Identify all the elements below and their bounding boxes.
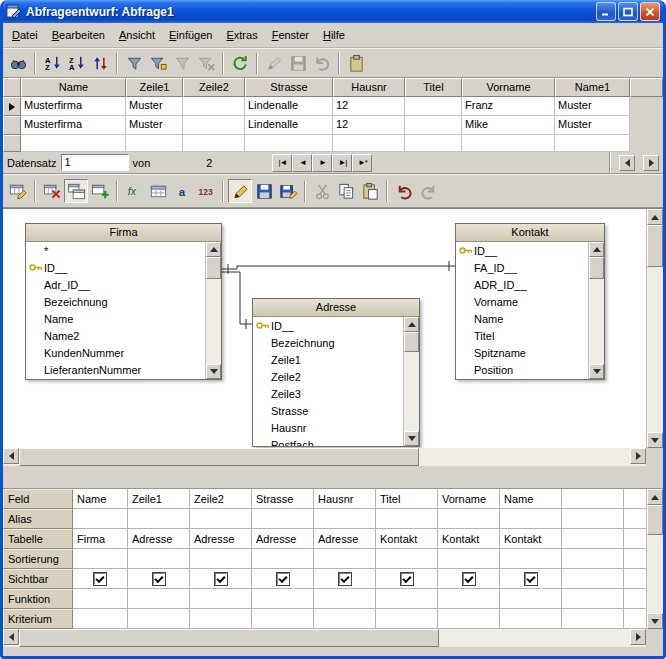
menu-ansicht[interactable]: Ansicht (112, 26, 162, 44)
result-cell[interactable]: Muster (555, 116, 630, 135)
query-cell-funktion[interactable] (252, 589, 314, 609)
scroll-left-icon[interactable] (3, 629, 19, 645)
query-cell-sortierung[interactable] (500, 549, 562, 569)
previous-record-button[interactable]: ◄ (292, 154, 312, 172)
standard-filter-icon[interactable] (146, 51, 170, 75)
query-cell-funktion[interactable] (190, 589, 252, 609)
query-cell-alias[interactable] (252, 509, 314, 529)
edit-query-icon[interactable] (228, 179, 252, 203)
scroll-right-icon[interactable] (630, 629, 646, 645)
scroll-thumb[interactable] (404, 332, 419, 352)
table-field[interactable]: * (26, 242, 205, 259)
table-field[interactable]: Position (456, 361, 588, 378)
column-header-titel[interactable]: Titel (405, 78, 462, 97)
query-cell-tabelle[interactable]: Kontakt (438, 529, 500, 549)
query-cell-alias[interactable] (128, 509, 190, 529)
show-tables-icon[interactable] (64, 179, 88, 203)
table-field[interactable]: Titel (456, 327, 588, 344)
functions-icon[interactable]: fx (122, 179, 146, 203)
query-cell-empty[interactable] (562, 589, 624, 609)
row-selector[interactable] (3, 116, 21, 135)
column-header-strasse[interactable]: Strasse (245, 78, 333, 97)
table-scrollbar[interactable] (403, 317, 419, 446)
query-cell-funktion[interactable] (376, 589, 438, 609)
scroll-thumb[interactable] (589, 257, 604, 279)
result-cell[interactable]: 12 (333, 97, 405, 116)
table-field[interactable]: Adr_ID__ (26, 276, 205, 293)
query-cell-empty[interactable] (624, 509, 646, 529)
result-cell[interactable] (405, 116, 462, 135)
scroll-right-icon[interactable] (643, 155, 659, 171)
table-field[interactable]: Hausnr (253, 419, 403, 436)
table-caption[interactable]: Adresse (253, 299, 419, 317)
menu-extras[interactable]: Extras (219, 26, 264, 44)
query-cell-feld[interactable]: Zeile2 (190, 489, 252, 509)
sichtbar-checkbox[interactable] (153, 573, 165, 585)
scroll-track[interactable] (589, 279, 604, 364)
query-cell-empty[interactable] (562, 509, 624, 529)
sichtbar-checkbox[interactable] (401, 573, 413, 585)
query-cell-empty[interactable] (624, 489, 646, 509)
table-field[interactable]: Name (26, 310, 205, 327)
scroll-track[interactable] (404, 352, 419, 431)
menu-fenster[interactable]: Fenster (265, 26, 316, 44)
query-cell-funktion[interactable] (314, 589, 376, 609)
scroll-up-icon[interactable] (647, 209, 663, 225)
query-cell-tabelle[interactable]: Kontakt (500, 529, 562, 549)
table-field[interactable]: KundenNummer (26, 344, 205, 361)
table-field[interactable]: Spitzname (456, 344, 588, 361)
query-cell-tabelle[interactable]: Adresse (128, 529, 190, 549)
scroll-thumb[interactable] (19, 629, 439, 647)
scroll-track[interactable] (419, 448, 630, 466)
sichtbar-checkbox[interactable] (463, 573, 475, 585)
query-cell-empty[interactable] (562, 549, 624, 569)
next-record-button[interactable]: ► (312, 154, 332, 172)
save-as-icon[interactable] (276, 179, 300, 203)
undo-icon[interactable] (392, 179, 416, 203)
data-to-clipboard-icon[interactable] (344, 51, 368, 75)
query-cell-alias[interactable] (500, 509, 562, 529)
scroll-track[interactable] (206, 279, 221, 364)
result-cell[interactable] (183, 135, 245, 152)
query-cell-kriterium[interactable] (376, 609, 438, 629)
grid-horizontal-scrollbar[interactable] (619, 155, 659, 171)
table-field[interactable]: Strasse (253, 402, 403, 419)
sort-dialog-icon[interactable] (88, 51, 112, 75)
menu-datei[interactable]: Datei (5, 26, 45, 44)
query-cell-feld[interactable]: Strasse (252, 489, 314, 509)
design-horizontal-scrollbar[interactable] (3, 448, 663, 466)
result-cell[interactable]: Muster (555, 97, 630, 116)
query-cell-feld[interactable]: Titel (376, 489, 438, 509)
query-cell-feld[interactable]: Zeile1 (128, 489, 190, 509)
query-cell-sortierung[interactable] (438, 549, 500, 569)
result-cell[interactable] (183, 97, 245, 116)
title-bar[interactable]: Abfrageentwurf: Abfrage1 (3, 0, 663, 23)
row-selector[interactable] (3, 97, 21, 116)
query-cell-funktion[interactable] (500, 589, 562, 609)
query-cell-alias[interactable] (438, 509, 500, 529)
query-cell-sortierung[interactable] (314, 549, 376, 569)
scroll-thumb[interactable] (647, 505, 663, 535)
query-cell-kriterium[interactable] (128, 609, 190, 629)
query-cell-empty[interactable] (624, 569, 646, 589)
scroll-left-icon[interactable] (3, 448, 19, 464)
scroll-track[interactable] (439, 629, 630, 647)
result-cell[interactable]: Musterfirma (21, 97, 126, 116)
result-cell[interactable] (405, 97, 462, 116)
query-cell-funktion[interactable] (128, 589, 190, 609)
table-field[interactable]: Postfach (253, 436, 403, 446)
scroll-down-icon[interactable] (647, 613, 663, 629)
column-header-zeile2[interactable]: Zeile2 (183, 78, 245, 97)
query-cell-empty[interactable] (562, 569, 624, 589)
query-cell-empty[interactable] (562, 609, 624, 629)
table-field[interactable]: Vorname (456, 293, 588, 310)
query-cell-tabelle[interactable]: Kontakt (376, 529, 438, 549)
scroll-down-icon[interactable] (404, 431, 419, 446)
query-cell-tabelle[interactable]: Adresse (190, 529, 252, 549)
result-cell[interactable]: Lindenalle (245, 97, 333, 116)
table-field[interactable]: Zeile1 (253, 351, 403, 368)
table-field[interactable]: Zeile3 (253, 385, 403, 402)
query-cell-funktion[interactable] (73, 589, 128, 609)
query-cell-funktion[interactable] (438, 589, 500, 609)
record-number-input[interactable]: 1 (61, 154, 129, 171)
